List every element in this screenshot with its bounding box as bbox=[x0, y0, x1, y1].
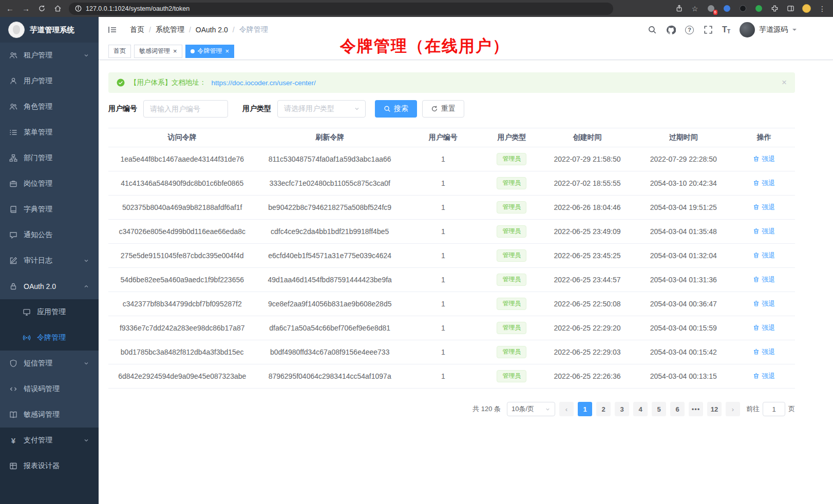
sidebar-item-pay[interactable]: ¥ 支付管理 bbox=[0, 428, 99, 453]
sidebar-item-dept[interactable]: 部门管理 bbox=[0, 145, 99, 171]
extension-badged-icon[interactable]: 6 bbox=[706, 4, 715, 13]
page-button-5[interactable]: 5 bbox=[652, 402, 666, 416]
search-button-label: 搜索 bbox=[394, 104, 408, 113]
tab-close-icon[interactable]: × bbox=[173, 48, 177, 54]
created-time-cell: 2022-07-02 18:55:55 bbox=[541, 171, 633, 196]
tab-home[interactable]: 首页 bbox=[108, 45, 131, 58]
force-logout-button[interactable]: 强退 bbox=[753, 323, 775, 333]
force-logout-button[interactable]: 强退 bbox=[753, 227, 775, 236]
next-page-button[interactable]: › bbox=[726, 402, 740, 416]
access-token-cell: 502375b8040a469a9b82188afdf6af1f bbox=[108, 196, 256, 220]
sidebar-item-tenant[interactable]: 租户管理 bbox=[0, 43, 99, 68]
user-type-select[interactable]: 请选择用户类型 bbox=[277, 100, 366, 118]
tab-sensitive-word[interactable]: 敏感词管理 × bbox=[134, 45, 182, 58]
alert-close-icon[interactable]: × bbox=[782, 77, 787, 88]
prev-page-button[interactable]: ‹ bbox=[559, 402, 574, 416]
address-bar[interactable]: 127.0.0.1:1024/system/oauth2/token bbox=[69, 3, 613, 15]
sidebar-item-oauth2[interactable]: OAuth 2.0 bbox=[0, 274, 99, 299]
user-id-input[interactable] bbox=[143, 100, 228, 118]
green-extension-icon[interactable] bbox=[754, 4, 763, 13]
table-row: c347026e805e4d99b0d116eae66eda8c cdfc4ce… bbox=[108, 220, 795, 244]
menu-label: OAuth 2.0 bbox=[24, 282, 56, 290]
app-logo-row[interactable]: 芋道管理系统 bbox=[0, 17, 99, 43]
sidebar-collapse-icon[interactable] bbox=[107, 25, 118, 35]
delete-icon bbox=[753, 276, 760, 283]
doc-link[interactable]: https://doc.iocoder.cn/user-center/ bbox=[212, 79, 316, 87]
font-size-icon[interactable]: TT bbox=[722, 25, 730, 34]
tab-label: 令牌管理 bbox=[198, 47, 222, 55]
expire-time-cell: 2054-03-04 01:31:36 bbox=[634, 268, 733, 292]
sidebar-item-notice[interactable]: 通知公告 bbox=[0, 222, 99, 248]
reload-icon[interactable] bbox=[38, 5, 46, 12]
force-logout-button[interactable]: 强退 bbox=[753, 347, 775, 357]
page-button-4[interactable]: 4 bbox=[633, 402, 648, 416]
sidebar-item-error-code[interactable]: 错误码管理 bbox=[0, 376, 99, 402]
tab-token[interactable]: 令牌管理 × bbox=[185, 45, 235, 58]
refresh-token-cell: 49d1aa46d1454fbd87591444423be9fa bbox=[256, 268, 403, 292]
back-icon[interactable]: ← bbox=[6, 4, 14, 13]
delete-icon bbox=[753, 180, 760, 186]
dark-extension-icon[interactable] bbox=[738, 4, 747, 13]
help-icon[interactable]: ? bbox=[685, 26, 694, 34]
bookmark-star-icon[interactable]: ☆ bbox=[690, 4, 699, 13]
sidebar-item-dict[interactable]: 字典管理 bbox=[0, 197, 99, 222]
info-icon[interactable] bbox=[75, 5, 82, 12]
breadcrumb-separator: / bbox=[149, 26, 151, 34]
menu-label: 短信管理 bbox=[24, 359, 52, 368]
page-button-2[interactable]: 2 bbox=[596, 402, 611, 416]
search-icon[interactable] bbox=[647, 25, 657, 35]
fullscreen-icon[interactable] bbox=[703, 25, 713, 35]
sidebar-item-post[interactable]: 岗位管理 bbox=[0, 171, 99, 197]
tab-close-icon[interactable]: × bbox=[225, 48, 230, 54]
share-icon[interactable] bbox=[674, 4, 684, 13]
breadcrumb-system[interactable]: 系统管理 bbox=[156, 25, 184, 34]
chevron-down-icon bbox=[545, 406, 551, 412]
col-refresh-token: 刷新令牌 bbox=[256, 128, 403, 147]
sidebar-item-oauth2-token[interactable]: 令牌管理 bbox=[0, 325, 99, 351]
reset-button[interactable]: 重置 bbox=[422, 100, 464, 118]
sidebar-item-sensitive-word[interactable]: 敏感词管理 bbox=[0, 402, 99, 428]
user-type-cell: 管理员 bbox=[483, 316, 541, 340]
sidebar-split-icon[interactable] bbox=[786, 4, 795, 13]
user-id-cell: 1 bbox=[404, 364, 483, 389]
force-logout-button[interactable]: 强退 bbox=[753, 179, 775, 188]
user-id-cell: 1 bbox=[404, 268, 483, 292]
breadcrumb-home[interactable]: 首页 bbox=[130, 25, 144, 34]
force-logout-button[interactable]: 强退 bbox=[753, 299, 775, 308]
user-type-tag: 管理员 bbox=[497, 274, 526, 286]
search-button[interactable]: 搜索 bbox=[375, 100, 417, 118]
page-button-12[interactable]: 12 bbox=[707, 402, 722, 416]
page-button-6[interactable]: 6 bbox=[670, 402, 685, 416]
github-icon[interactable] bbox=[666, 25, 676, 35]
more-pages-button[interactable]: ••• bbox=[689, 402, 703, 416]
forward-icon[interactable]: → bbox=[22, 4, 30, 13]
force-logout-button[interactable]: 强退 bbox=[753, 251, 775, 260]
sidebar-item-report-designer[interactable]: 报表设计器 bbox=[0, 453, 99, 479]
browser-menu-icon[interactable]: ⋮ bbox=[818, 4, 827, 13]
force-logout-button[interactable]: 强退 bbox=[753, 203, 775, 212]
expire-time-cell: 2054-03-04 19:51:25 bbox=[634, 196, 733, 220]
action-cell: 强退 bbox=[733, 364, 795, 389]
sidebar-item-user[interactable]: 用户管理 bbox=[0, 68, 99, 94]
goto-page-input[interactable] bbox=[763, 402, 785, 416]
page-size-select[interactable]: 10条/页 bbox=[507, 402, 555, 416]
puzzle-icon[interactable] bbox=[770, 4, 779, 13]
blue-extension-icon[interactable] bbox=[722, 4, 731, 13]
sidebar-item-oauth2-app[interactable]: 应用管理 bbox=[0, 299, 99, 325]
sidebar-item-role[interactable]: 角色管理 bbox=[0, 94, 99, 120]
home-icon[interactable] bbox=[54, 5, 62, 12]
sidebar-item-menu[interactable]: 菜单管理 bbox=[0, 120, 99, 145]
user-name: 芋道源码 bbox=[759, 25, 788, 34]
profile-avatar[interactable] bbox=[802, 4, 811, 13]
sidebar-item-sms[interactable]: 短信管理 bbox=[0, 351, 99, 376]
force-logout-button[interactable]: 强退 bbox=[753, 372, 775, 381]
breadcrumb-oauth2[interactable]: OAuth 2.0 bbox=[196, 26, 228, 34]
report-layout-icon bbox=[9, 462, 17, 470]
sidebar-item-audit-log[interactable]: 审计日志 bbox=[0, 248, 99, 274]
page-button-3[interactable]: 3 bbox=[615, 402, 629, 416]
action-cell: 强退 bbox=[733, 316, 795, 340]
force-logout-button[interactable]: 强退 bbox=[753, 275, 775, 284]
user-menu[interactable]: 芋道源码 bbox=[740, 22, 797, 37]
force-logout-button[interactable]: 强退 bbox=[753, 154, 775, 164]
page-button-1[interactable]: 1 bbox=[578, 402, 592, 416]
